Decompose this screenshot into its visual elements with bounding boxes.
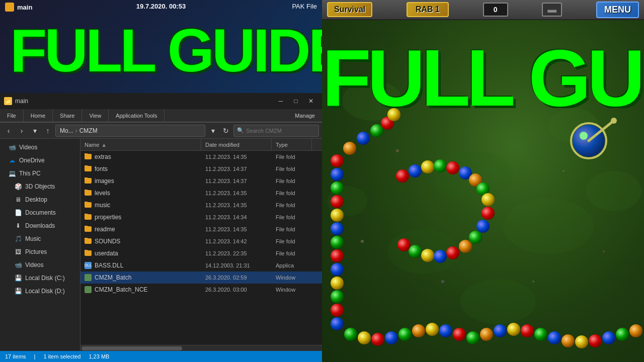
file-row-bassdll[interactable]: DLL BASS.DLL 14.12.2003. 21:31 Applica <box>80 259 322 272</box>
file-date-cmzmbatchnce: 26.3.2020. 03:00 <box>201 287 272 293</box>
file-row-cmzmbatchnce[interactable]: CMZM_Batch_NCE 26.3.2020. 03:00 Window <box>80 284 322 296</box>
sidebar-item-pictures[interactable]: 🖼 Pictures <box>0 245 80 258</box>
svg-point-21 <box>331 236 344 249</box>
col-header-name[interactable]: Name ▲ <box>80 139 201 150</box>
video-overlay: main 19.7.2020. 00:53 PAK File FULL GUID… <box>0 0 322 93</box>
folder-icon <box>85 250 92 256</box>
sort-arrow: ▲ <box>101 142 107 148</box>
sidebar-item-downloads[interactable]: ⬇ Downloads <box>0 219 80 232</box>
svg-point-64 <box>481 207 495 220</box>
ribbon-tab-apptools[interactable]: Application Tools <box>109 109 165 122</box>
game-background: Survival RAB 1 0 ▬ MENU FULL GUIDE <box>322 0 644 362</box>
sidebar-item-videos[interactable]: 📹 Videos <box>0 141 80 154</box>
rab-badge: RAB 1 <box>407 2 449 17</box>
svg-point-46 <box>589 334 602 347</box>
breadcrumb-dropdown[interactable]: ▾ <box>207 125 218 136</box>
file-row-cmzmbatch[interactable]: CMZM_Batch 26.3.2020. 02:59 Window <box>80 272 322 284</box>
file-date-properties: 11.2.2023. 14:34 <box>201 214 272 220</box>
file-list-scroll[interactable]: extras 11.2.2023. 14:35 File fold fonts … <box>80 151 322 345</box>
close-button[interactable]: ✕ <box>304 96 318 106</box>
recent-button[interactable]: ▾ <box>29 125 40 136</box>
sidebar-item-thispc[interactable]: 💻 This PC <box>0 167 80 180</box>
svg-point-72 <box>397 238 411 251</box>
forward-button[interactable]: › <box>16 125 27 136</box>
sidebar-item-localc[interactable]: 💾 Local Disk (C:) <box>0 272 80 285</box>
minimize-button[interactable]: ─ <box>274 96 288 106</box>
file-name-bassdll: BASS.DLL <box>95 262 123 269</box>
svg-point-25 <box>331 290 344 303</box>
file-date-cmzmbatch: 26.3.2020. 02:59 <box>201 275 272 281</box>
svg-point-28 <box>344 328 357 341</box>
up-button[interactable]: ↑ <box>42 125 53 136</box>
window-controls: ─ □ ✕ <box>274 96 318 106</box>
sidebar-item-videos2[interactable]: 📹 Videos <box>0 258 80 272</box>
sidebar-item-onedrive[interactable]: ☁ OneDrive <box>0 154 80 167</box>
ribbon-tab-share[interactable]: Share <box>53 109 82 122</box>
file-date-images: 11.2.2023. 14:37 <box>201 178 272 184</box>
folder-icon <box>85 226 92 232</box>
file-row-images[interactable]: images 11.2.2023. 14:37 File fold <box>80 175 322 187</box>
file-row-levels[interactable]: levels 11.2.2023. 14:35 File fold <box>80 187 322 199</box>
svg-point-43 <box>548 331 561 344</box>
svg-point-15 <box>331 154 344 167</box>
maximize-button[interactable]: □ <box>289 96 303 106</box>
sidebar-item-3dobjects[interactable]: 🎲 3D Objects <box>0 180 80 193</box>
manage-button[interactable]: Manage <box>288 109 322 122</box>
col-header-date[interactable]: Date modified <box>201 139 272 150</box>
sidebar-item-documents[interactable]: 📄 Documents <box>0 206 80 219</box>
folder-icon <box>85 166 92 171</box>
search-bar[interactable]: 🔍 <box>233 125 319 137</box>
svg-point-68 <box>446 246 459 259</box>
file-row-music[interactable]: music 11.2.2023. 14:35 File fold <box>80 199 322 211</box>
breadcrumb[interactable]: Mo... › CMZM <box>55 125 205 137</box>
svg-point-54 <box>387 108 400 121</box>
svg-point-63 <box>481 193 495 206</box>
file-type-extras: File fold <box>272 154 312 160</box>
file-row-userdata[interactable]: userdata 11.2.2023. 22:35 File fold <box>80 247 322 259</box>
title-bar: 📁 main ─ □ ✕ <box>0 93 322 109</box>
ribbon-tab-view[interactable]: View <box>82 109 109 122</box>
file-type-music: File fold <box>272 202 312 208</box>
exe-icon <box>85 274 92 281</box>
back-button[interactable]: ‹ <box>3 125 14 136</box>
refresh-button[interactable]: ↻ <box>220 125 231 136</box>
score-box: 0 <box>483 3 508 17</box>
sidebar-label-music: Music <box>25 235 41 242</box>
horizontal-scrollbar[interactable] <box>80 345 322 351</box>
file-type-images: File fold <box>272 178 312 184</box>
menu-badge[interactable]: MENU <box>596 2 639 18</box>
svg-point-37 <box>466 331 479 344</box>
svg-point-45 <box>575 335 588 348</box>
col-type-label: Type <box>276 142 288 148</box>
sidebar-item-locald[interactable]: 💾 Local Disk (D:) <box>0 285 80 298</box>
col-header-type[interactable]: Type <box>272 139 312 150</box>
ribbon-tab-file[interactable]: File <box>0 109 24 122</box>
svg-point-36 <box>453 328 466 341</box>
sidebar-label-videos2: Videos <box>25 261 43 268</box>
file-row-readme[interactable]: readme 11.2.2023. 14:35 File fold <box>80 223 322 235</box>
svg-point-67 <box>459 240 472 253</box>
file-date-music: 11.2.2023. 14:35 <box>201 202 272 208</box>
search-input[interactable] <box>246 128 315 134</box>
file-name-properties: properties <box>95 214 121 221</box>
svg-point-59 <box>446 161 459 174</box>
file-row-fonts[interactable]: fonts 11.2.2023. 14:37 File fold <box>80 163 322 175</box>
svg-point-26 <box>331 304 344 317</box>
file-row-extras[interactable]: extras 11.2.2023. 14:35 File fold <box>80 151 322 163</box>
file-type-fonts: File fold <box>272 166 312 172</box>
svg-point-42 <box>534 328 547 341</box>
ribbon-tab-home[interactable]: Home <box>24 109 53 122</box>
sidebar-item-music[interactable]: 🎵 Music <box>0 232 80 245</box>
videos2-icon: 📹 <box>14 261 22 269</box>
explorer-window: 📁 main ─ □ ✕ File Home Share View Applic… <box>0 93 322 362</box>
file-row-sounds[interactable]: SOUNDS 11.2.2023. 14:42 File fold <box>80 235 322 247</box>
sidebar-label-documents: Documents <box>25 209 56 216</box>
folder-icon <box>85 178 92 184</box>
file-row-properties[interactable]: properties 11.2.2023. 14:34 File fold <box>80 211 322 223</box>
sidebar-item-desktop[interactable]: 🖥 Desktop <box>0 193 80 206</box>
file-name-images: images <box>95 177 114 185</box>
scrollbar-thumb[interactable] <box>82 346 182 350</box>
svg-point-31 <box>385 331 398 344</box>
ribbon: File Home Share View Application Tools M… <box>0 109 322 123</box>
file-type-levels: File fold <box>272 190 312 196</box>
